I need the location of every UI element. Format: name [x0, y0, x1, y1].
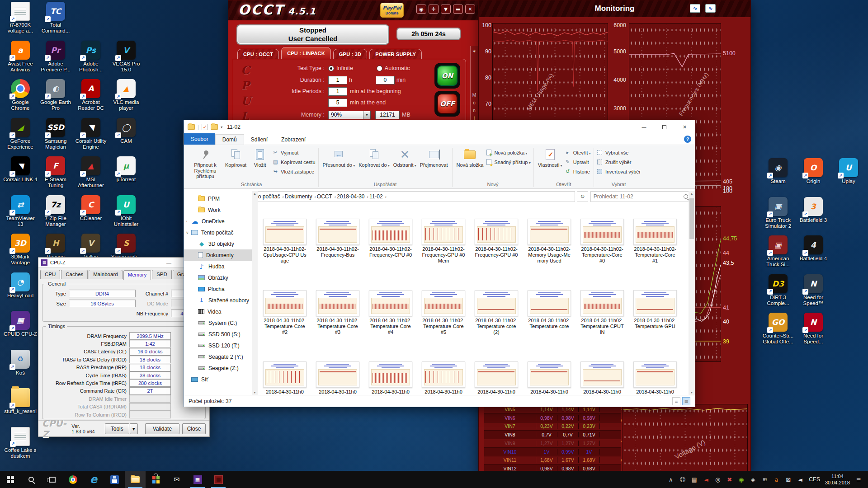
file-item[interactable]: 2018-04-30-11h02-CpuUsage-CPU Usage	[259, 219, 310, 264]
menu-sdileni[interactable]: Sdílení	[244, 134, 274, 145]
desktop-icon-acrobat-reader[interactable]: A Acrobat Reader DC	[73, 79, 108, 111]
steelseries-tray-icon[interactable]: ◈	[749, 476, 757, 483]
rename-button[interactable]: Přejmenovat	[419, 146, 449, 168]
file-item[interactable]: 2018-04-30-11h0	[524, 361, 575, 395]
file-item[interactable]: 2018-04-30-11h02-Frequency-Bus	[312, 219, 363, 258]
clock[interactable]: 11:04 30.04.2018	[825, 473, 850, 486]
desktop-icon-fstream-tuning[interactable]: F F-Stream Tuning	[38, 156, 73, 188]
file-item[interactable]: 2018-04-30-11h0	[577, 361, 627, 395]
file-item[interactable]: 2018-04-30-11h02-Temperature-Core #4	[365, 290, 416, 335]
desktop-icon-msi-afterburner[interactable]: ▲ MSI Afterburner	[73, 156, 108, 188]
qat-customize-chevron[interactable]: ▾	[221, 125, 222, 129]
sidebar-item-system-c[interactable]: System (C:)	[184, 317, 252, 328]
select-none-button[interactable]: Zrušit výběr	[597, 158, 641, 166]
hidden-icons-chevron[interactable]: ∧	[667, 476, 675, 483]
file-item[interactable]: 2018-04-30-11h02-Frequency-CPU #0	[365, 219, 416, 258]
file-item[interactable]: 2018-04-30-11h0	[365, 361, 416, 395]
close-icon[interactable]: ✕	[465, 5, 475, 14]
file-item[interactable]: 2018-04-30-11h02-Frequency-GPU #0	[471, 219, 522, 258]
menu-zobrazeni[interactable]: Zobrazení	[274, 134, 312, 145]
occt-titlebar[interactable]: OCCT4.5.1 PayPal Donate ◉✛▼▬✕	[228, 0, 478, 20]
delete-button[interactable]: ✕Odstranit	[392, 146, 418, 168]
sidebar-item-tento-pocitac[interactable]: ∨ Tento počítač	[184, 227, 252, 238]
duration-hours-input[interactable]: 1	[328, 76, 347, 84]
easy-access-button[interactable]: Snadný přístup	[486, 158, 530, 166]
sidebar-item-ssd-500[interactable]: SSD 500 (S:)	[184, 328, 252, 340]
desktop-icon-vegas-pro[interactable]: V VEGAS Pro 15.0	[108, 41, 144, 73]
language-indicator[interactable]: CES	[809, 476, 820, 483]
desktop-icon-utorrent[interactable]: µ µTorrent	[108, 156, 144, 183]
chrome-taskbar-icon[interactable]	[62, 471, 83, 488]
desktop-icon-csgo[interactable]: GO Counter-Str... Global Offe...	[760, 313, 796, 345]
desktop-icon-battlefield3[interactable]: 3 Battlefield 3	[796, 197, 831, 223]
file-item[interactable]: 2018-04-30-11h02-Temperature-CPUTIN	[577, 290, 627, 335]
file-item[interactable]: 2018-04-30-11h02-Temperature-Core #2	[259, 290, 310, 335]
sidebar-item-hudba[interactable]: Hudba	[184, 261, 252, 272]
file-item[interactable]: 2018-04-30-11h0	[630, 361, 680, 395]
desktop-icon-iobit-uninstaller[interactable]: U IObit Uninstaller	[108, 195, 144, 227]
camera-icon[interactable]: ◉	[416, 5, 426, 14]
history-button[interactable]: ↺Historie	[565, 168, 591, 175]
new-item-button[interactable]: Nová položka	[486, 149, 530, 156]
tab-cpu-linpack[interactable]: CPU : LINPACK	[281, 47, 331, 59]
desktop-icon-teamviewer[interactable]: ⇄ TeamViewer 13	[3, 195, 38, 227]
copy-path-button[interactable]: ▤Kopírovat cestu	[272, 158, 315, 166]
pin-to-quick-access-button[interactable]: Připnout k Rychlému přístupu	[188, 146, 223, 179]
invert-selection-button[interactable]: Invertovat výběr	[597, 168, 641, 175]
desktop-icon-total-commander[interactable]: TC Total Command...	[38, 2, 73, 34]
memory-percent-select[interactable]: 90%▼	[328, 111, 371, 119]
sidebar-item-ppm[interactable]: PPM	[184, 193, 252, 204]
edit-button[interactable]: ✎Upravit	[565, 158, 591, 166]
file-item[interactable]: 2018-04-30-11h02-Temperature-Core #5	[418, 290, 469, 335]
desktop-icon-stuff-k-reseni[interactable]: stuff_k_reseni	[3, 388, 38, 414]
desktop-icon-heavyload[interactable]: ◔ HeavyLoad	[3, 272, 38, 299]
sidebar-item-plocha[interactable]: Plocha	[184, 283, 252, 295]
desktop-icon-heaven[interactable]: H Heaven	[38, 234, 73, 260]
tools-dropdown-button[interactable]: ▾	[130, 423, 138, 434]
desktop-icon-corsair-link[interactable]: ◥ Corsair LINK 4	[3, 156, 38, 183]
scrollbar-thumb[interactable]	[689, 198, 694, 239]
close-button[interactable]: ✕	[675, 120, 695, 134]
security-alert-icon[interactable]: ✖	[726, 476, 733, 483]
action-center-icon[interactable]: ≡	[855, 476, 863, 483]
minimize-icon[interactable]: ▬	[453, 5, 463, 14]
desktop-icon-steam[interactable]: ◉ Steam	[760, 158, 796, 184]
cpuz-tab-memory[interactable]: Memory	[123, 270, 151, 280]
infinite-radio[interactable]	[328, 66, 334, 71]
start-button[interactable]	[0, 471, 21, 488]
cpuz-taskbar-icon[interactable]: ▦	[187, 471, 208, 488]
desktop-icon-corsair-utility[interactable]: ◥ Corsair Utility Engine	[73, 118, 108, 150]
desktop-icon-i7-8700k-voltage[interactable]: i7-8700K voltage a...	[3, 2, 38, 34]
desktop-icon-avast[interactable]: a Avast Free Antivirus	[3, 41, 38, 73]
file-item[interactable]: 2018-04-30-11h02-Temperature-Core #3	[312, 290, 363, 335]
sidebar-item-stazene-soubory[interactable]: Stažené soubory	[184, 295, 252, 306]
sidebar-item-ssd-120[interactable]: SSD 120 (T:)	[184, 340, 252, 351]
explorer-titlebar[interactable]: | ✓ ▾ 11-02 — ✕	[184, 120, 695, 134]
dropdown-icon[interactable]: ▼	[441, 5, 451, 14]
desktop-icon-nfs2[interactable]: N Need for Speed...	[796, 313, 831, 345]
people-icon[interactable]: ☺	[679, 476, 686, 483]
desktop-icon-ets2[interactable]: ▣ Euro Truck Simulator 2	[760, 197, 796, 229]
file-item[interactable]: 2018-04-30-11h02-Temperature-Core #0	[577, 219, 627, 264]
file-list-scrollbar[interactable]: ▲▼	[689, 191, 695, 395]
desktop-icon-battlefield4[interactable]: 4 Battlefield 4	[796, 235, 831, 262]
desktop-icon-google-chrome[interactable]: Google Chrome	[3, 79, 38, 111]
avast-tray-icon[interactable]: a	[773, 476, 780, 483]
desktop-icon-ccleaner[interactable]: C CCleaner	[73, 195, 108, 221]
desktop-icon-superposition[interactable]: S Supersositi...	[108, 234, 144, 260]
large-icons-view-button[interactable]: ▦	[682, 397, 690, 405]
task-view-button[interactable]	[42, 471, 62, 488]
validate-button[interactable]: Validate	[145, 423, 179, 434]
tab-power-supply[interactable]: POWER SUPPLY	[369, 49, 422, 59]
sidebar-item-work[interactable]: Work	[184, 204, 252, 216]
minimize-button[interactable]: —	[634, 120, 654, 134]
keyboard-icon[interactable]: ▤	[690, 476, 698, 483]
copy-button[interactable]: Kopírovat	[224, 146, 248, 168]
desktop-icon-origin[interactable]: O Origin	[796, 158, 831, 184]
monitoring-titlebar[interactable]: Monitoring	[479, 0, 750, 17]
corsair-audio-icon[interactable]: ◄	[702, 476, 710, 483]
desktop-icon-uplay[interactable]: U Uplay	[831, 158, 866, 184]
file-explorer-taskbar-icon[interactable]	[125, 471, 146, 488]
corsair-tray-icon[interactable]: ≋	[761, 476, 769, 483]
cpuz-tab-caches[interactable]: Caches	[61, 270, 88, 279]
